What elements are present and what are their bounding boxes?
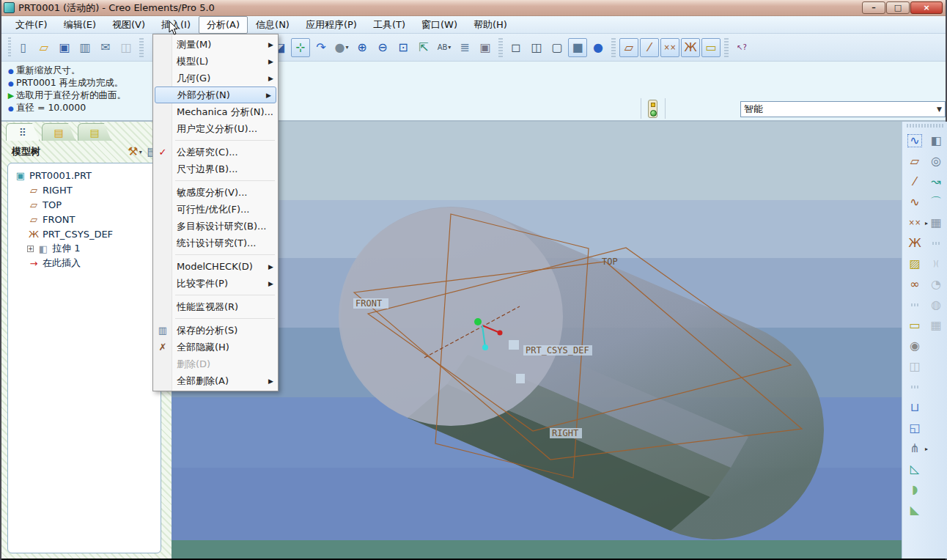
model-tree-tab[interactable]: ⠿ — [6, 123, 40, 141]
style-tool-icon[interactable]: ∿ — [906, 131, 924, 150]
chevron-down-icon[interactable]: ▾ — [139, 149, 142, 155]
analysis-menu-item-5[interactable]: 用户定义分析(U)... — [153, 120, 278, 137]
analysis-menu-item-15[interactable]: ▥保存的分析(S) — [153, 322, 278, 339]
enhanced-realism-icon[interactable]: ● — [589, 38, 608, 57]
new-file-icon[interactable]: ▯ — [14, 38, 33, 57]
menu-item-1[interactable]: 编辑(E) — [56, 16, 104, 34]
chevron-down-icon[interactable]: ▾ — [448, 44, 451, 51]
zoom-out-icon[interactable]: ⊖ — [373, 38, 392, 57]
expand-icon[interactable]: + — [27, 246, 34, 252]
analysis-menu-item-18[interactable]: 全部删除(A)▶ — [153, 372, 278, 389]
extrude-tool-icon[interactable]: ◧ — [927, 131, 945, 150]
viewport-label-right[interactable]: RIGHT — [552, 428, 578, 438]
shell-tool-icon[interactable]: ◱ — [906, 419, 924, 438]
menu-item-8[interactable]: 窗口(W) — [413, 16, 465, 34]
viewport-label-top[interactable]: TOP — [602, 257, 618, 267]
maximize-button[interactable]: □ — [886, 1, 910, 14]
menu-item-9[interactable]: 帮助(H) — [465, 16, 515, 34]
zoom-in-icon[interactable]: ⊕ — [353, 38, 372, 57]
shaded-style-icon[interactable]: ■ — [568, 38, 587, 57]
no-hidden-style-icon[interactable]: ▢ — [548, 38, 567, 57]
round-tool-icon[interactable]: ◗ — [906, 480, 924, 499]
merge-tool-icon[interactable]: ∞ — [906, 275, 924, 294]
analysis-menu-item-10[interactable]: 多目标设计研究(B)... — [153, 218, 278, 235]
analysis-menu-item-0[interactable]: 测量(M)▶ — [153, 36, 278, 53]
open-file-icon[interactable]: ▱ — [34, 38, 54, 57]
reorient-view-icon[interactable]: ⇱ — [414, 38, 433, 57]
saved-views-icon[interactable]: AB▾ — [435, 38, 454, 57]
note-tool-icon[interactable]: ▭ — [906, 316, 924, 335]
analysis-menu-item-14[interactable]: 性能监视器(R) — [153, 298, 278, 315]
sketch-tool-icon[interactable]: ▨ — [906, 254, 924, 273]
menu-item-4[interactable]: 分析(A) — [199, 16, 248, 34]
analysis-menu-item-9[interactable]: 可行性/优化(F)... — [153, 201, 278, 218]
render-style-icon[interactable]: ●▾ — [332, 38, 351, 57]
viewport-label-front[interactable]: FRONT — [355, 298, 382, 309]
menu-item-5[interactable]: 信息(N) — [248, 16, 298, 34]
refit-icon[interactable]: ⊡ — [394, 38, 413, 57]
send-mail-icon[interactable]: ✉ — [96, 38, 115, 57]
analysis-menu-item-4[interactable]: Mechanica 分析(N)... — [153, 103, 278, 120]
wireframe-style-icon[interactable]: ◻ — [506, 38, 526, 57]
point-display-icon[interactable]: ×× — [660, 38, 679, 57]
layers-icon[interactable]: ≣ — [455, 38, 474, 57]
coordinate-system-tool-icon[interactable]: Ж — [906, 234, 924, 253]
analysis-menu-item-1[interactable]: 模型(L)▶ — [153, 53, 278, 70]
analysis-menu-item-12[interactable]: ModelCHECK(D)▶ — [153, 258, 278, 275]
toolbar-grip[interactable] — [907, 124, 944, 128]
viewport-label-csys[interactable]: PRT_CSYS_DEF — [526, 345, 589, 355]
analysis-menu-item-2[interactable]: 几何(G)▶ — [153, 70, 278, 86]
graphics-viewport[interactable]: FRONT TOP RIGHT PRT_CSYS_DEF — [172, 122, 902, 559]
minimize-button[interactable]: – — [862, 1, 885, 14]
tree-item[interactable]: ▱TOP — [8, 197, 161, 212]
analysis-menu-item-13[interactable]: 比较零件(P)▶ — [153, 275, 278, 292]
tree-item[interactable]: +◧拉伸 1 — [8, 241, 161, 256]
designate-tool-icon[interactable]: ◉ — [906, 336, 924, 355]
style-surface-tool-icon[interactable]: ▦ — [927, 213, 945, 232]
menu-item-2[interactable]: 视图(V) — [104, 16, 153, 34]
datum-plane-tool-icon[interactable]: ▱ — [906, 152, 924, 171]
boundary-blend-tool-icon[interactable]: ⌒ — [927, 193, 945, 212]
annotation-display-icon[interactable]: ▭ — [701, 38, 721, 57]
window-capture-icon[interactable]: ▣ — [476, 38, 495, 57]
analysis-menu-item-6[interactable]: ✓公差研究(C)... — [153, 144, 278, 161]
spin-center-icon[interactable]: ⊹ — [291, 38, 310, 57]
context-help-icon[interactable]: ↖? — [732, 38, 751, 57]
datum-point-tool-icon[interactable]: ××▸ — [906, 213, 924, 232]
save-icon[interactable]: ▣ — [55, 38, 74, 57]
tree-item[interactable]: ▱RIGHT — [8, 183, 161, 197]
draft-tool-icon[interactable]: ◺ — [906, 460, 924, 479]
plane-display-icon[interactable]: ▱ — [619, 38, 638, 57]
chevron-down-icon[interactable]: ▼ — [937, 106, 942, 113]
folder-browser-tab[interactable]: ▤ — [42, 123, 75, 141]
print-icon[interactable]: ▥ — [75, 38, 95, 57]
analysis-menu-item-3[interactable]: 外部分析(N)▶ — [155, 86, 276, 103]
menu-item-0[interactable]: 文件(F) — [7, 16, 56, 34]
sweep-tool-icon[interactable]: ↝ — [927, 172, 945, 191]
tree-item[interactable]: →在此插入 — [8, 256, 161, 270]
analysis-menu-item-8[interactable]: 敏感度分析(V)... — [153, 184, 278, 201]
revolve-tool-icon[interactable]: ◎ — [927, 152, 945, 171]
analysis-menu-item-7[interactable]: 尺寸边界(B)... — [153, 161, 278, 177]
axis-display-icon[interactable]: ⁄ — [640, 38, 659, 57]
chamfer-tool-icon[interactable]: ◣ — [906, 501, 924, 520]
csys-display-icon[interactable]: Ж — [681, 38, 700, 57]
orient-mode-icon[interactable]: ↷ — [312, 38, 331, 57]
analysis-menu-item-11[interactable]: 统计设计研究(T)... — [153, 235, 278, 251]
datum-axis-tool-icon[interactable]: ⁄ — [906, 172, 924, 191]
hole-tool-icon[interactable]: ⊔ — [906, 398, 924, 417]
menu-item-7[interactable]: 工具(T) — [365, 16, 413, 34]
toolbar-grip[interactable] — [8, 37, 11, 58]
favorites-tab[interactable]: ▤ — [78, 123, 111, 141]
selection-filter-dropdown[interactable]: 智能 ▼ — [740, 101, 946, 117]
close-button[interactable]: × — [910, 1, 943, 14]
tree-item[interactable]: ▱FRONT — [8, 212, 161, 226]
hidden-line-style-icon[interactable]: ◫ — [527, 38, 546, 57]
menu-item-6[interactable]: 应用程序(P) — [298, 16, 365, 34]
analysis-menu-item-16[interactable]: ✗全部隐藏(H) — [153, 339, 278, 355]
tree-item[interactable]: ▣PRT0001.PRT — [8, 168, 161, 183]
chevron-down-icon[interactable]: ▾ — [345, 44, 348, 51]
rib-tool-icon[interactable]: ⋔▸ — [906, 439, 924, 458]
tree-item[interactable]: ЖPRT_CSYS_DEF — [8, 226, 161, 241]
sketch-curve-tool-icon[interactable]: ∿ — [906, 193, 924, 212]
